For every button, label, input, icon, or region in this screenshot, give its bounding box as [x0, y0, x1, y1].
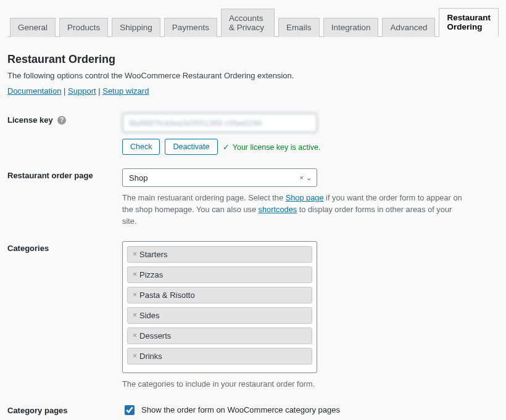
shortcodes-link[interactable]: shortcodes: [259, 205, 297, 214]
checkbox-label: Show the order form on WooCommerce categ…: [141, 405, 340, 414]
section-description: The following options control the WooCom…: [7, 71, 499, 80]
remove-icon[interactable]: ×: [133, 250, 137, 258]
documentation-link[interactable]: Documentation: [7, 86, 61, 96]
order-page-selected-value: Shop: [129, 173, 147, 183]
category-chip[interactable]: ×Pasta & Risotto: [127, 287, 312, 303]
remove-icon[interactable]: ×: [133, 271, 137, 278]
category-pages-checkbox-row[interactable]: Show the order form on WooCommerce categ…: [122, 403, 494, 417]
clear-selection-icon[interactable]: ×: [300, 174, 304, 181]
remove-icon[interactable]: ×: [133, 332, 137, 339]
section-title: Restaurant Ordering: [7, 53, 499, 66]
tab-payments[interactable]: Payments: [164, 18, 217, 37]
tab-products[interactable]: Products: [59, 18, 108, 37]
category-pages-label: Category pages: [7, 397, 122, 420]
shop-page-link[interactable]: Shop page: [286, 193, 324, 202]
settings-tabs: General Products Shipping Payments Accou…: [7, 7, 499, 37]
license-key-label: License key ?: [7, 107, 122, 162]
show-order-form-checkbox[interactable]: [125, 405, 135, 415]
tab-emails[interactable]: Emails: [278, 18, 320, 37]
tab-shipping[interactable]: Shipping: [112, 18, 160, 37]
category-chip[interactable]: ×Sides: [127, 307, 312, 324]
category-chip[interactable]: ×Starters: [127, 246, 312, 263]
tab-accounts-privacy[interactable]: Accounts & Privacy: [221, 9, 275, 37]
help-tip-icon[interactable]: ?: [57, 116, 66, 125]
setup-wizard-link[interactable]: Setup wizard: [102, 86, 149, 96]
category-chip[interactable]: ×Desserts: [127, 327, 312, 344]
check-icon: ✓: [223, 143, 230, 152]
remove-icon[interactable]: ×: [133, 291, 137, 299]
remove-icon[interactable]: ×: [133, 352, 137, 360]
check-button[interactable]: Check: [122, 139, 160, 155]
separator: |: [61, 86, 68, 96]
tab-general[interactable]: General: [10, 18, 56, 37]
separator: |: [96, 86, 103, 96]
order-page-description: The main restuarant ordering page. Selec…: [122, 192, 468, 228]
chevron-down-icon[interactable]: ⌄: [306, 174, 312, 182]
categories-label: Categories: [7, 235, 122, 397]
tab-integration[interactable]: Integration: [323, 18, 379, 37]
help-links: Documentation | Support | Setup wizard: [7, 86, 499, 96]
category-chip[interactable]: ×Drinks: [127, 348, 312, 364]
license-status: ✓ Your license key is active.: [223, 142, 321, 152]
categories-description: The categories to include in your restau…: [122, 378, 468, 390]
support-link[interactable]: Support: [68, 86, 96, 96]
tab-advanced[interactable]: Advanced: [382, 18, 435, 37]
category-chip[interactable]: ×Pizzas: [127, 266, 312, 283]
order-page-select[interactable]: Shop × ⌄: [122, 168, 317, 187]
order-page-label: Restaurant order page: [7, 162, 122, 235]
license-key-input[interactable]: [122, 113, 317, 133]
tab-restaurant-ordering[interactable]: Restaurant Ordering: [439, 8, 499, 37]
remove-icon[interactable]: ×: [133, 311, 137, 319]
categories-multiselect[interactable]: ×Starters ×Pizzas ×Pasta & Risotto ×Side…: [122, 241, 317, 373]
deactivate-button[interactable]: Deactivate: [165, 139, 217, 155]
